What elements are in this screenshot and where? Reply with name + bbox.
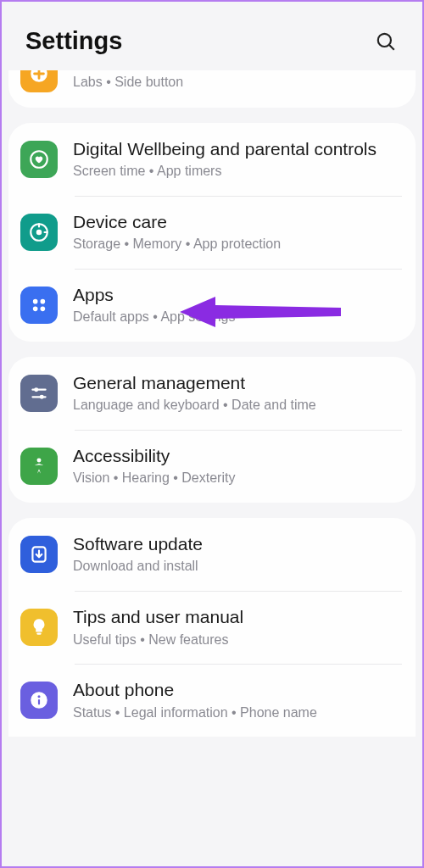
settings-item-title: General management: [73, 372, 400, 394]
settings-item-general-management[interactable]: General managementLanguage and keyboard …: [8, 357, 416, 430]
settings-item-subtitle: Labs • Side button: [73, 74, 400, 92]
settings-item-text: About phoneStatus • Legal information • …: [73, 679, 400, 721]
settings-item-software-update[interactable]: Software updateDownload and install: [8, 518, 416, 591]
settings-item-apps[interactable]: AppsDefault apps • App settings: [8, 269, 416, 342]
settings-item-subtitle: Screen time • App timers: [73, 163, 400, 181]
settings-item-subtitle: Download and install: [73, 558, 400, 576]
svg-point-12: [34, 387, 38, 392]
svg-point-0: [378, 33, 391, 46]
settings-item-text: Advanced featuresLabs • Side button: [73, 71, 400, 92]
person-icon: [20, 448, 58, 485]
svg-point-6: [33, 299, 38, 304]
gauge-icon: [20, 214, 58, 251]
settings-item-advanced-features[interactable]: Advanced featuresLabs • Side button: [8, 70, 416, 108]
settings-item-accessibility[interactable]: AccessibilityVision • Hearing • Dexterit…: [8, 430, 416, 503]
plus-icon: [20, 70, 58, 92]
settings-item-subtitle: Default apps • App settings: [73, 309, 400, 326]
svg-rect-19: [38, 699, 40, 705]
bulb-icon: [20, 609, 58, 646]
settings-item-title: Software update: [73, 533, 400, 555]
header: Settings: [2, 2, 422, 74]
settings-item-title: Device care: [73, 211, 400, 233]
settings-group: Advanced featuresLabs • Side button: [8, 70, 416, 108]
settings-item-subtitle: Storage • Memory • App protection: [73, 236, 400, 253]
settings-item-title: Apps: [73, 284, 400, 306]
settings-item-text: AppsDefault apps • App settings: [73, 284, 400, 326]
settings-list: Advanced featuresLabs • Side buttonDigit…: [2, 70, 422, 737]
settings-group: Digital Wellbeing and parental controlsS…: [8, 123, 416, 342]
svg-point-7: [41, 299, 46, 304]
settings-group: Software updateDownload and installTips …: [8, 518, 416, 737]
svg-point-18: [37, 695, 40, 698]
settings-item-text: AccessibilityVision • Hearing • Dexterit…: [73, 445, 400, 487]
settings-item-text: Software updateDownload and install: [73, 533, 400, 576]
settings-item-subtitle: Language and keyboard • Date and time: [73, 397, 400, 415]
settings-item-text: Device careStorage • Memory • App protec…: [73, 211, 400, 253]
settings-item-text: General managementLanguage and keyboard …: [73, 372, 400, 415]
svg-point-14: [37, 459, 42, 463]
page-title: Settings: [25, 27, 122, 55]
search-icon: [375, 31, 397, 53]
settings-item-tips[interactable]: Tips and user manualUseful tips • New fe…: [8, 591, 416, 664]
grid4-icon: [20, 287, 58, 324]
settings-item-device-care[interactable]: Device careStorage • Memory • App protec…: [8, 196, 416, 269]
sliders-icon: [20, 375, 58, 412]
settings-item-title: About phone: [73, 679, 400, 701]
settings-item-subtitle: Useful tips • New features: [73, 632, 400, 649]
svg-point-13: [40, 395, 44, 399]
info-icon: [20, 682, 58, 719]
settings-item-text: Tips and user manualUseful tips • New fe…: [73, 606, 400, 648]
settings-group: General managementLanguage and keyboard …: [8, 357, 416, 503]
settings-item-subtitle: Vision • Hearing • Dexterity: [73, 470, 400, 487]
settings-item-title: Tips and user manual: [73, 606, 400, 628]
search-button[interactable]: [373, 29, 399, 54]
svg-point-9: [41, 307, 46, 312]
svg-point-5: [36, 230, 42, 236]
settings-item-text: Digital Wellbeing and parental controlsS…: [73, 138, 400, 181]
download-icon: [20, 536, 58, 573]
settings-item-subtitle: Status • Legal information • Phone name: [73, 704, 400, 722]
settings-item-title: Digital Wellbeing and parental controls: [73, 138, 400, 160]
svg-point-8: [33, 307, 38, 312]
svg-rect-16: [36, 633, 41, 635]
settings-item-digital-wellbeing[interactable]: Digital Wellbeing and parental controlsS…: [8, 123, 416, 196]
settings-item-title: Accessibility: [73, 445, 400, 467]
settings-item-about-phone[interactable]: About phoneStatus • Legal information • …: [8, 664, 416, 737]
heart-circle-icon: [20, 141, 58, 178]
svg-line-1: [389, 44, 394, 49]
